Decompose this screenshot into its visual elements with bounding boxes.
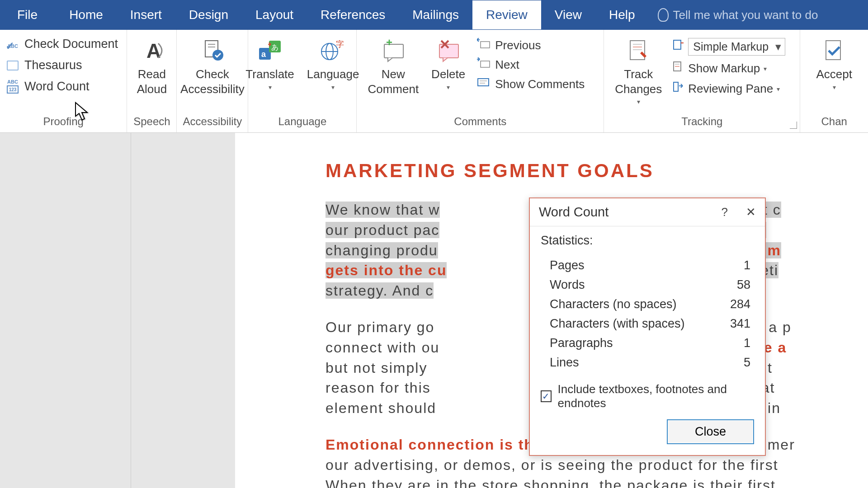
svg-text:a: a <box>261 50 266 59</box>
tracking-dialog-launcher[interactable] <box>790 122 797 129</box>
navigation-pane <box>0 133 131 488</box>
lightbulb-icon <box>658 8 669 22</box>
show-markup-label: Show Markup <box>688 61 760 75</box>
svg-rect-29 <box>674 82 678 91</box>
tab-help[interactable]: Help <box>595 0 649 29</box>
word-count-icon: ABC123 <box>5 80 20 94</box>
close-button[interactable]: Close <box>667 419 754 444</box>
statistics-label: Statistics: <box>541 234 754 248</box>
read-aloud-icon: A <box>138 38 165 63</box>
group-language: aあ Translate ▾ 字 Language ▾ Language <box>248 30 357 132</box>
track-changes-icon <box>625 38 652 63</box>
accessibility-icon <box>199 38 226 63</box>
svg-rect-25 <box>674 40 681 49</box>
dialog-title-text: Word Count <box>539 205 609 220</box>
tab-review[interactable]: Review <box>472 0 541 29</box>
chevron-down-icon: ▾ <box>833 84 836 91</box>
read-aloud-label: Read Aloud <box>137 67 167 96</box>
show-comments-button[interactable]: Show Comments <box>477 77 585 92</box>
accept-icon <box>821 38 848 63</box>
reviewing-pane-button[interactable]: Reviewing Pane ▾ <box>673 81 785 96</box>
chevron-down-icon: ▾ <box>637 98 640 105</box>
tab-view[interactable]: View <box>541 0 595 29</box>
svg-rect-21 <box>630 41 645 60</box>
tell-me-label: Tell me what you want to do <box>673 8 818 22</box>
language-icon: 字 <box>320 38 347 63</box>
svg-text:+: + <box>386 38 392 48</box>
dialog-titlebar[interactable]: Word Count ? ✕ <box>530 198 765 226</box>
chevron-down-icon: ▾ <box>331 84 335 91</box>
group-speech: A Read Aloud Speech <box>127 30 177 132</box>
accept-label: Accept <box>816 67 852 82</box>
show-markup-button[interactable]: Show Markup ▾ <box>673 61 785 76</box>
thesaurus-button[interactable]: Thesaurus <box>5 58 121 72</box>
checkbox-label: Include textboxes, footnotes and endnote… <box>558 382 754 410</box>
svg-text:あ: あ <box>271 43 278 51</box>
delete-comment-icon <box>435 38 462 63</box>
include-textboxes-checkbox[interactable]: ✓ Include textboxes, footnotes and endno… <box>541 382 754 410</box>
next-comment-button[interactable]: Next <box>477 57 585 72</box>
accept-button[interactable]: Accept ▾ <box>810 35 859 94</box>
display-for-review-select[interactable]: Simple Markup <box>673 38 785 56</box>
tab-mailings[interactable]: Mailings <box>399 0 472 29</box>
ribbon: ABC✓ Check Document Thesaurus ABC123 Wor… <box>0 30 868 133</box>
show-comments-label: Show Comments <box>495 77 585 91</box>
group-proofing: ABC✓ Check Document Thesaurus ABC123 Wor… <box>0 30 127 132</box>
track-changes-button[interactable]: Track Changes ▾ <box>609 35 668 108</box>
show-markup-icon <box>673 61 684 76</box>
translate-label: Translate <box>245 67 294 82</box>
close-icon[interactable]: ✕ <box>746 205 756 219</box>
thesaurus-label: Thesaurus <box>24 58 82 72</box>
group-tracking: Track Changes ▾ Simple Markup Show Marku… <box>604 30 800 132</box>
delete-comment-label: Delete <box>431 67 465 82</box>
translate-button[interactable]: aあ Translate ▾ <box>239 35 300 94</box>
reviewing-pane-label: Reviewing Pane <box>688 82 773 96</box>
new-comment-label: New Comment <box>368 67 419 96</box>
group-label-proofing: Proofing <box>0 115 127 131</box>
translate-icon: aあ <box>256 38 283 63</box>
markup-icon <box>673 39 684 54</box>
group-changes: Accept ▾ Chan <box>800 30 868 132</box>
tab-home[interactable]: Home <box>56 0 117 29</box>
tab-design[interactable]: Design <box>175 0 242 29</box>
show-comments-icon <box>477 77 491 92</box>
svg-rect-16 <box>481 42 490 48</box>
read-aloud-button[interactable]: A Read Aloud <box>131 35 174 99</box>
delete-comment-button[interactable]: Delete ▾ <box>425 35 472 94</box>
stat-row-pages: Pages1 <box>541 256 754 275</box>
svg-rect-30 <box>826 41 840 60</box>
language-button[interactable]: 字 Language ▾ <box>301 35 366 94</box>
group-accessibility: Check Accessibility Accessibility <box>177 30 248 132</box>
previous-comment-button[interactable]: Previous <box>477 38 585 53</box>
tell-me-search[interactable]: Tell me what you want to do <box>658 8 818 22</box>
chevron-down-icon: ▾ <box>269 84 272 91</box>
svg-text:字: 字 <box>336 40 344 49</box>
check-document-label: Check Document <box>24 37 118 51</box>
tab-layout[interactable]: Layout <box>242 0 307 29</box>
check-document-icon: ABC✓ <box>5 38 20 51</box>
chevron-down-icon: ▾ <box>764 65 767 72</box>
stat-row-words: Words58 <box>541 275 754 295</box>
chevron-down-icon: ▾ <box>447 84 450 91</box>
group-label-language: Language <box>248 115 356 131</box>
group-label-tracking: Tracking <box>604 115 800 131</box>
tab-file[interactable]: File <box>8 0 56 29</box>
stat-row-lines: Lines5 <box>541 353 754 372</box>
next-icon <box>477 57 491 72</box>
next-label: Next <box>495 58 519 72</box>
word-count-button[interactable]: ABC123 Word Count <box>5 80 121 94</box>
reviewing-pane-icon <box>673 81 684 96</box>
svg-rect-17 <box>481 61 490 67</box>
tab-references[interactable]: References <box>307 0 399 29</box>
word-count-dialog: Word Count ? ✕ Statistics: Pages1 Words5… <box>529 197 766 456</box>
group-label-speech: Speech <box>127 115 176 131</box>
help-icon[interactable]: ? <box>722 205 728 219</box>
thesaurus-icon <box>5 59 20 72</box>
check-document-button[interactable]: ABC✓ Check Document <box>5 37 121 51</box>
menu-tabs: File Home Insert Design Layout Reference… <box>0 0 868 30</box>
svg-rect-18 <box>478 79 489 86</box>
language-label: Language <box>307 67 359 82</box>
stat-row-chars-no-spaces: Characters (no spaces)284 <box>541 295 754 314</box>
new-comment-button[interactable]: + New Comment <box>361 35 425 99</box>
tab-insert[interactable]: Insert <box>117 0 175 29</box>
